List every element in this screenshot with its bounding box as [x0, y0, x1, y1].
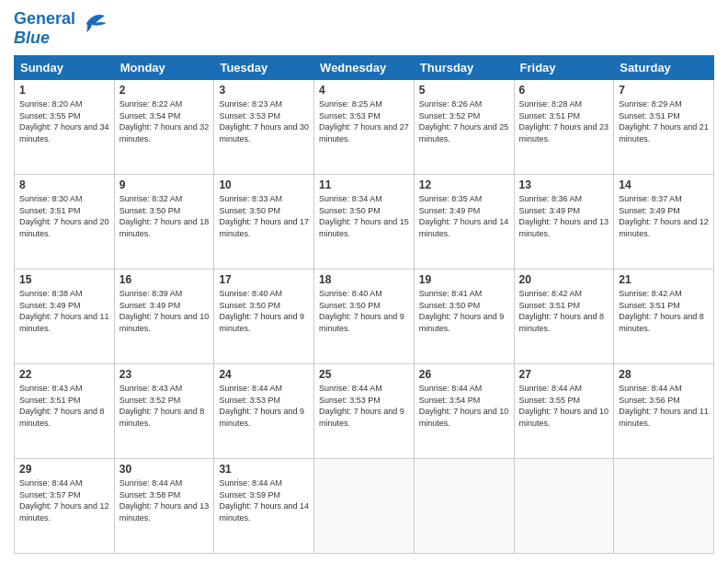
day-info: Sunrise: 8:36 AMSunset: 3:49 PMDaylight:… — [519, 193, 609, 239]
day-info: Sunrise: 8:23 AMSunset: 3:53 PMDaylight:… — [219, 98, 309, 144]
day-info: Sunrise: 8:44 AMSunset: 3:57 PMDaylight:… — [19, 477, 109, 523]
calendar-cell: 4 Sunrise: 8:25 AMSunset: 3:53 PMDayligh… — [314, 80, 415, 175]
calendar-cell: 23 Sunrise: 8:43 AMSunset: 3:52 PMDaylig… — [114, 364, 214, 459]
day-number: 10 — [219, 178, 309, 191]
calendar-day-header: Wednesday — [314, 56, 415, 80]
page-container: GeneralBlue SundayMondayTuesdayWednesday… — [0, 0, 728, 563]
calendar-cell: 25 Sunrise: 8:44 AMSunset: 3:53 PMDaylig… — [314, 364, 415, 459]
day-number: 5 — [419, 84, 509, 97]
calendar-cell: 7 Sunrise: 8:29 AMSunset: 3:51 PMDayligh… — [614, 80, 714, 175]
day-number: 26 — [419, 368, 509, 381]
day-info: Sunrise: 8:20 AMSunset: 3:55 PMDaylight:… — [19, 98, 109, 144]
calendar-cell: 1 Sunrise: 8:20 AMSunset: 3:55 PMDayligh… — [15, 80, 115, 175]
calendar-cell — [314, 459, 415, 554]
calendar-day-header: Monday — [114, 56, 214, 80]
calendar-cell: 22 Sunrise: 8:43 AMSunset: 3:51 PMDaylig… — [15, 364, 115, 459]
day-info: Sunrise: 8:28 AMSunset: 3:51 PMDaylight:… — [519, 98, 609, 144]
calendar-cell: 6 Sunrise: 8:28 AMSunset: 3:51 PMDayligh… — [514, 80, 614, 175]
day-info: Sunrise: 8:44 AMSunset: 3:53 PMDaylight:… — [219, 383, 309, 429]
day-number: 6 — [519, 84, 609, 97]
day-info: Sunrise: 8:26 AMSunset: 3:52 PMDaylight:… — [419, 98, 509, 144]
day-number: 18 — [319, 273, 409, 286]
day-number: 2 — [119, 84, 210, 97]
calendar-cell: 2 Sunrise: 8:22 AMSunset: 3:54 PMDayligh… — [114, 80, 214, 175]
day-info: Sunrise: 8:40 AMSunset: 3:50 PMDaylight:… — [319, 288, 409, 334]
day-number: 25 — [319, 368, 409, 381]
calendar-table: SundayMondayTuesdayWednesdayThursdayFrid… — [14, 55, 714, 554]
calendar-cell: 24 Sunrise: 8:44 AMSunset: 3:53 PMDaylig… — [214, 364, 314, 459]
day-info: Sunrise: 8:44 AMSunset: 3:53 PMDaylight:… — [319, 383, 409, 429]
day-info: Sunrise: 8:44 AMSunset: 3:58 PMDaylight:… — [119, 477, 210, 523]
day-number: 16 — [119, 273, 210, 286]
day-info: Sunrise: 8:43 AMSunset: 3:52 PMDaylight:… — [119, 383, 210, 429]
day-info: Sunrise: 8:22 AMSunset: 3:54 PMDaylight:… — [119, 98, 210, 144]
calendar-day-header: Tuesday — [214, 56, 314, 80]
calendar-cell: 27 Sunrise: 8:44 AMSunset: 3:55 PMDaylig… — [514, 364, 614, 459]
day-info: Sunrise: 8:44 AMSunset: 3:59 PMDaylight:… — [219, 477, 309, 523]
day-number: 15 — [19, 273, 109, 286]
calendar-day-header: Saturday — [614, 56, 714, 80]
day-number: 28 — [619, 368, 709, 381]
calendar-cell — [614, 459, 714, 554]
day-number: 4 — [319, 84, 409, 97]
day-number: 20 — [519, 273, 609, 286]
calendar-cell: 13 Sunrise: 8:36 AMSunset: 3:49 PMDaylig… — [514, 175, 614, 270]
calendar-cell: 26 Sunrise: 8:44 AMSunset: 3:54 PMDaylig… — [414, 364, 514, 459]
day-number: 11 — [319, 178, 409, 191]
day-info: Sunrise: 8:42 AMSunset: 3:51 PMDaylight:… — [519, 288, 609, 334]
day-info: Sunrise: 8:44 AMSunset: 3:55 PMDaylight:… — [519, 383, 609, 429]
logo-text: GeneralBlue — [14, 9, 75, 48]
day-number: 13 — [519, 178, 609, 191]
day-info: Sunrise: 8:43 AMSunset: 3:51 PMDaylight:… — [19, 383, 109, 429]
calendar-cell: 18 Sunrise: 8:40 AMSunset: 3:50 PMDaylig… — [314, 270, 415, 364]
calendar-cell: 30 Sunrise: 8:44 AMSunset: 3:58 PMDaylig… — [114, 459, 214, 554]
calendar-cell: 3 Sunrise: 8:23 AMSunset: 3:53 PMDayligh… — [214, 80, 314, 175]
calendar-day-header: Thursday — [414, 56, 514, 80]
day-number: 7 — [619, 84, 709, 97]
day-info: Sunrise: 8:35 AMSunset: 3:49 PMDaylight:… — [419, 193, 509, 239]
calendar-cell: 5 Sunrise: 8:26 AMSunset: 3:52 PMDayligh… — [414, 80, 514, 175]
calendar-day-header: Sunday — [15, 56, 115, 80]
day-number: 19 — [419, 273, 509, 286]
logo-bird-icon — [79, 10, 108, 36]
day-info: Sunrise: 8:40 AMSunset: 3:50 PMDaylight:… — [219, 288, 309, 334]
calendar-cell: 10 Sunrise: 8:33 AMSunset: 3:50 PMDaylig… — [214, 175, 314, 270]
calendar-cell: 28 Sunrise: 8:44 AMSunset: 3:56 PMDaylig… — [614, 364, 714, 459]
day-number: 30 — [119, 463, 210, 476]
calendar-cell: 8 Sunrise: 8:30 AMSunset: 3:51 PMDayligh… — [15, 175, 115, 270]
day-number: 22 — [19, 368, 109, 381]
calendar-cell: 15 Sunrise: 8:38 AMSunset: 3:49 PMDaylig… — [15, 270, 115, 364]
calendar-cell: 9 Sunrise: 8:32 AMSunset: 3:50 PMDayligh… — [114, 175, 214, 270]
day-info: Sunrise: 8:33 AMSunset: 3:50 PMDaylight:… — [219, 193, 309, 239]
calendar-cell — [414, 459, 514, 554]
calendar-cell: 21 Sunrise: 8:42 AMSunset: 3:51 PMDaylig… — [614, 270, 714, 364]
day-info: Sunrise: 8:25 AMSunset: 3:53 PMDaylight:… — [319, 98, 409, 144]
calendar-cell: 29 Sunrise: 8:44 AMSunset: 3:57 PMDaylig… — [15, 459, 115, 554]
calendar-cell: 11 Sunrise: 8:34 AMSunset: 3:50 PMDaylig… — [314, 175, 415, 270]
calendar-cell: 20 Sunrise: 8:42 AMSunset: 3:51 PMDaylig… — [514, 270, 614, 364]
day-number: 14 — [619, 178, 709, 191]
day-info: Sunrise: 8:41 AMSunset: 3:50 PMDaylight:… — [419, 288, 509, 334]
day-number: 31 — [219, 463, 309, 476]
day-number: 21 — [619, 273, 709, 286]
day-number: 12 — [419, 178, 509, 191]
day-info: Sunrise: 8:42 AMSunset: 3:51 PMDaylight:… — [619, 288, 709, 334]
day-info: Sunrise: 8:38 AMSunset: 3:49 PMDaylight:… — [19, 288, 109, 334]
day-number: 24 — [219, 368, 309, 381]
calendar-cell: 16 Sunrise: 8:39 AMSunset: 3:49 PMDaylig… — [114, 270, 214, 364]
day-info: Sunrise: 8:37 AMSunset: 3:49 PMDaylight:… — [619, 193, 709, 239]
day-info: Sunrise: 8:32 AMSunset: 3:50 PMDaylight:… — [119, 193, 210, 239]
day-number: 27 — [519, 368, 609, 381]
calendar-day-header: Friday — [514, 56, 614, 80]
day-number: 8 — [19, 178, 109, 191]
day-number: 29 — [19, 463, 109, 476]
day-number: 3 — [219, 84, 309, 97]
day-info: Sunrise: 8:44 AMSunset: 3:54 PMDaylight:… — [419, 383, 509, 429]
calendar-cell: 17 Sunrise: 8:40 AMSunset: 3:50 PMDaylig… — [214, 270, 314, 364]
day-info: Sunrise: 8:44 AMSunset: 3:56 PMDaylight:… — [619, 383, 709, 429]
day-info: Sunrise: 8:34 AMSunset: 3:50 PMDaylight:… — [319, 193, 409, 239]
header: GeneralBlue — [14, 9, 714, 48]
day-number: 17 — [219, 273, 309, 286]
day-info: Sunrise: 8:39 AMSunset: 3:49 PMDaylight:… — [119, 288, 210, 334]
calendar-cell — [514, 459, 614, 554]
